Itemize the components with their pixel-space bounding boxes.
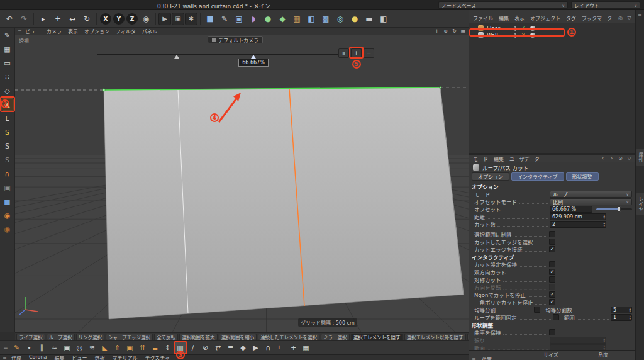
spinner-buttons[interactable]: ▴▾ (630, 315, 631, 320)
stitch-sew-icon[interactable]: ≋ (86, 342, 98, 354)
param-dropdown[interactable]: ループ∨ (550, 191, 632, 198)
selection-button[interactable]: 連続したエレメントを選択 (258, 334, 319, 340)
distribute-cuts-button[interactable]: ≡ (338, 48, 349, 58)
object-manager-menu-item-1[interactable]: 編集 (499, 14, 509, 21)
normal-move-icon[interactable]: ↕ (162, 342, 174, 354)
param-checkbox[interactable] (553, 314, 559, 320)
param-checkbox[interactable] (549, 276, 555, 283)
spline-pen-menu-icon[interactable]: ✎ (218, 12, 231, 26)
camera-menu-icon[interactable]: ◧ (377, 12, 391, 26)
polygon-pen-icon[interactable]: ✎ (11, 342, 23, 354)
bottom-menu-item-2[interactable]: 編集 (54, 354, 64, 360)
param-slider[interactable] (596, 208, 632, 210)
side-tab-0[interactable]: 属性 (636, 149, 644, 166)
keyframe-icon[interactable]: ◆ (237, 342, 249, 354)
orbit-view-icon[interactable]: ↻ (451, 28, 458, 35)
loop-cut-slider-track[interactable] (97, 54, 338, 55)
weld-icon[interactable]: ◎ (74, 342, 86, 354)
param-checkbox[interactable] (549, 329, 555, 335)
search-icon[interactable]: ⊙ (617, 155, 624, 162)
param-field[interactable]: 5▴▾ (611, 307, 632, 313)
extrude-icon[interactable]: ⇑ (111, 342, 123, 354)
param-checkbox[interactable] (534, 307, 540, 313)
param-field[interactable]: ▴▾ (550, 344, 606, 351)
param-field[interactable]: 2▴▾ (550, 221, 606, 228)
param-field[interactable]: 629.909 cm▴▾ (550, 213, 606, 220)
viewport-menu-item-5[interactable]: パネル (142, 28, 157, 35)
render-picture-viewer-button[interactable]: ▣ (172, 13, 184, 25)
cut-marker-1[interactable] (174, 55, 179, 59)
coordinate-system-icon[interactable]: ◉ (139, 12, 153, 26)
polygon-brush-icon[interactable]: ≈ (48, 342, 60, 354)
spinner-buttons[interactable]: ▴▾ (603, 337, 605, 342)
floor-menu-icon[interactable]: ▬ (362, 12, 376, 26)
selection-button[interactable]: ライブ選択 (16, 334, 45, 340)
selection-button[interactable]: 選択エレメント以外を隠す (404, 334, 466, 340)
toolbar-menu-icon[interactable]: ≡ (1, 345, 10, 351)
object-manager-menu-item-2[interactable]: 表示 (514, 14, 525, 21)
spinner-buttons[interactable]: ▴▾ (603, 222, 605, 227)
viewport-menu-item-4[interactable]: フィルタ (116, 28, 136, 35)
field-menu-icon[interactable]: ◧ (304, 12, 318, 26)
live-selection-icon[interactable]: ▸ (36, 12, 50, 26)
param-field[interactable]: 1▴▾ (611, 314, 632, 321)
spinner-buttons[interactable]: ▴▾ (603, 214, 605, 219)
forward-icon[interactable]: › (608, 155, 615, 162)
x-axis-lock-button[interactable]: X (100, 13, 111, 25)
selection-button[interactable]: リング選択 (76, 334, 105, 340)
snap-3d-icon[interactable]: S (1, 154, 14, 166)
y-axis-lock-button[interactable]: Y (113, 13, 125, 25)
attribute-tab-1[interactable]: インタラクティブ (511, 172, 564, 181)
param-checkbox[interactable]: ✓ (549, 291, 555, 298)
primitive-cube-menu-icon[interactable]: ■ (203, 12, 217, 26)
param-field[interactable]: ▴▾ (550, 337, 606, 344)
spinner-buttons[interactable]: ▴▾ (629, 307, 631, 312)
target-icon[interactable]: ◎ (617, 14, 624, 21)
zoom-view-icon[interactable]: ⊕ (442, 28, 449, 35)
viewport-menu-item-0[interactable]: ビュー (25, 28, 40, 35)
bevel-icon[interactable]: ◣ (99, 342, 111, 354)
close-hole-icon[interactable]: ▣ (61, 342, 73, 354)
bottom-menu-item-3[interactable]: ビュー (72, 354, 87, 360)
attribute-manager-menu-item-0[interactable]: モード (473, 155, 488, 162)
selection-button[interactable]: ループ選択 (47, 334, 75, 340)
object-manager-menu-item-0[interactable]: ファイル (473, 14, 493, 21)
smooth-shift-icon[interactable]: ⇈ (136, 342, 148, 354)
filter-icon[interactable]: ▽ (626, 155, 633, 162)
bottom-menu-item-6[interactable]: テクスチャ (145, 354, 170, 360)
hand-tool-icon[interactable]: ◉ (1, 209, 14, 222)
param-checkbox[interactable] (549, 239, 555, 245)
line-cut-icon[interactable]: ∕ (187, 342, 199, 354)
selection-button[interactable]: 選択範囲を拡大 (179, 334, 218, 340)
panel-menu-icon[interactable]: ≡ (638, 12, 642, 18)
param-dropdown[interactable]: 比例∨ (550, 198, 632, 205)
edge-slide-icon[interactable]: ⇄ (212, 342, 224, 354)
attribute-tab-0[interactable]: オプション (472, 172, 509, 181)
param-checkbox[interactable]: ✓ (549, 246, 555, 252)
layout-dropdown[interactable]: レイアウト ∨ (571, 1, 640, 9)
snap-enable-icon[interactable]: S (1, 126, 14, 138)
render-view-button[interactable]: ▶ (158, 13, 171, 25)
plane-cut-icon[interactable]: ⊘ (199, 342, 211, 354)
filter-icon[interactable]: ▽ (626, 14, 633, 21)
bottom-menu-item-4[interactable]: 選択 (94, 354, 104, 360)
texture-mode-icon[interactable]: ▦ (1, 43, 14, 55)
z-axis-lock-button[interactable]: Z (126, 13, 138, 25)
attribute-manager-menu-item-1[interactable]: 編集 (494, 155, 504, 162)
snap-magnet-icon[interactable]: ∩ (262, 342, 274, 354)
light-menu-icon[interactable]: ● (348, 12, 362, 26)
quantize-icon[interactable]: ∟ (275, 342, 287, 354)
snap-2d-icon[interactable]: S (1, 140, 14, 152)
slider-handle[interactable] (618, 206, 621, 212)
param-checkbox[interactable]: ✓ (549, 269, 555, 275)
scale-tool-icon[interactable]: ↔ (65, 12, 79, 26)
volume-menu-icon[interactable]: ▩ (319, 12, 333, 26)
selection-button[interactable]: シャープエッジ選択 (106, 334, 153, 340)
redo-icon[interactable]: ↷ (17, 12, 31, 26)
sliders-icon[interactable]: ≡ (225, 342, 236, 354)
bottom-menu-item-0[interactable]: 作成 (11, 354, 21, 360)
scene-3d[interactable] (15, 35, 469, 332)
spinner-buttons[interactable]: ▴▾ (603, 345, 605, 350)
param-checkbox[interactable] (549, 231, 555, 237)
matrix-extrude-icon[interactable]: ≣ (149, 342, 161, 354)
